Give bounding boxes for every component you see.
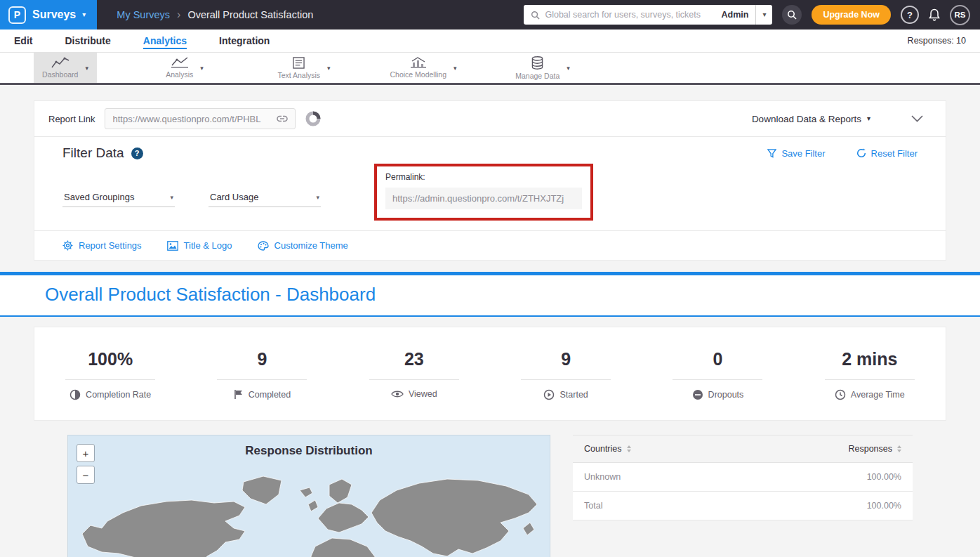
global-search-group: Admin ▾ <box>524 5 772 25</box>
filter-help-icon[interactable]: ? <box>131 148 143 159</box>
toolbar-choice-modelling[interactable]: Choice Modelling ▾ <box>364 53 483 83</box>
countries-table: Countries Responses Unknown 100.00% Tota… <box>573 435 913 520</box>
analysis-icon <box>171 57 189 68</box>
eye-icon <box>391 390 404 398</box>
clock-icon <box>835 389 846 400</box>
dashboard-icon <box>51 57 69 68</box>
tab-distribute[interactable]: Distribute <box>65 35 110 46</box>
toolbar-analysis[interactable]: Analysis ▾ <box>125 53 244 83</box>
user-avatar[interactable]: RS <box>950 5 970 25</box>
top-bar: P Surveys ▾ My Surveys › Overall Product… <box>0 0 980 30</box>
download-data-reports-button[interactable]: Download Data & Reports ▾ <box>752 114 870 124</box>
country-cell: Unknown <box>584 472 621 482</box>
filter-data-title: Filter Data <box>62 145 124 161</box>
play-circle-icon <box>543 389 555 400</box>
upgrade-now-button[interactable]: Upgrade Now <box>812 5 891 25</box>
save-filter-button[interactable]: Save Filter <box>767 148 825 159</box>
map-zoom-out-button[interactable]: − <box>77 466 95 484</box>
image-icon <box>167 241 178 251</box>
responses-cell: 100.00% <box>867 472 901 482</box>
completion-rate-icon <box>69 389 81 400</box>
stat-value: 23 <box>404 348 424 369</box>
caret-down-icon: ▾ <box>316 194 319 201</box>
report-panel: Report Link https://www.questionpro.com/… <box>34 100 946 261</box>
caret-down-icon[interactable]: ▾ <box>85 65 88 72</box>
responses-cell: 100.00% <box>867 501 901 511</box>
sort-icon <box>627 445 631 452</box>
stat-completion-rate: 100% Completion Rate <box>34 348 186 400</box>
saved-groupings-select[interactable]: Saved Groupings ▾ <box>62 188 175 207</box>
caret-down-icon: ▾ <box>867 115 870 122</box>
stat-value: 0 <box>713 348 723 369</box>
search-icon <box>531 11 540 20</box>
permalink-url[interactable]: https://admin.questionpro.com/t/ZTHXJTZj <box>385 188 582 209</box>
report-settings-button[interactable]: Report Settings <box>62 240 142 251</box>
stat-started: 9 Started <box>490 348 642 400</box>
help-button[interactable]: ? <box>901 6 919 24</box>
palette-icon <box>258 241 269 251</box>
tab-edit[interactable]: Edit <box>14 35 32 46</box>
funnel-icon <box>767 149 776 158</box>
countries-column-header[interactable]: Countries <box>584 444 631 454</box>
card-usage-select[interactable]: Card Usage ▾ <box>208 188 321 207</box>
caret-down-icon: ▾ <box>170 194 173 201</box>
advanced-search-button[interactable] <box>782 5 802 25</box>
caret-down-icon: ▾ <box>762 11 766 18</box>
customize-theme-button[interactable]: Customize Theme <box>258 240 348 251</box>
map-zoom-controls: + − <box>77 444 95 484</box>
stats-panel: 100% Completion Rate 9 Completed 23 View… <box>34 327 946 421</box>
bell-icon <box>929 8 940 21</box>
flag-icon <box>234 389 244 400</box>
sort-icon <box>897 445 901 452</box>
stat-average-time: 2 mins Average Time <box>794 348 946 400</box>
caret-down-icon[interactable]: ▾ <box>200 65 204 72</box>
permalink-label: Permalink: <box>385 172 582 182</box>
world-map[interactable] <box>68 464 550 557</box>
responses-column-header[interactable]: Responses <box>848 444 901 454</box>
search-scope-dropdown-button[interactable]: ▾ <box>755 5 772 25</box>
survey-tab-bar: Edit Distribute Analytics Integration Re… <box>0 30 980 53</box>
reset-filter-button[interactable]: Reset Filter <box>856 148 918 159</box>
countries-table-header: Countries Responses <box>573 435 913 463</box>
text-analysis-icon <box>293 57 305 69</box>
toolbar-manage-data[interactable]: Manage Data ▾ <box>483 53 602 83</box>
breadcrumb: My Surveys › Overall Product Satisfactio… <box>117 8 313 21</box>
surveys-product-menu[interactable]: P Surveys ▾ <box>0 0 97 30</box>
caret-down-icon[interactable]: ▾ <box>567 65 570 72</box>
collapse-panel-button[interactable] <box>911 115 923 122</box>
analytics-toolbar: Dashboard ▾ Analysis ▾ Text Analysis ▾ <box>0 53 980 85</box>
stat-completed: 9 Completed <box>186 348 338 400</box>
toolbar-text-analysis[interactable]: Text Analysis ▾ <box>244 53 364 83</box>
response-distribution-map-panel: Response Distribution + − <box>67 435 550 557</box>
report-chart-icon[interactable] <box>305 111 321 126</box>
search-scope-label[interactable]: Admin <box>722 10 749 20</box>
caret-down-icon: ▾ <box>82 11 86 18</box>
report-link-field[interactable]: https://www.questionpro.com/t/PHBL <box>105 108 296 129</box>
breadcrumb-my-surveys[interactable]: My Surveys <box>117 9 170 20</box>
title-logo-button[interactable]: Title & Logo <box>167 240 232 251</box>
country-cell: Total <box>584 501 602 511</box>
caret-down-icon[interactable]: ▾ <box>453 65 457 72</box>
permalink-highlight-box: Permalink: https://admin.questionpro.com… <box>374 164 593 221</box>
breadcrumb-current: Overall Product Satisfaction <box>187 9 313 20</box>
stat-dropouts: 0 Dropouts <box>642 348 793 400</box>
chevron-down-icon <box>911 115 923 122</box>
page-title: Overall Product Satisfaction - Dashboard <box>45 284 935 306</box>
minus-circle-icon <box>692 389 703 400</box>
toolbar-dashboard[interactable]: Dashboard ▾ <box>6 53 125 83</box>
tab-analytics[interactable]: Analytics <box>143 35 187 46</box>
report-link-url: https://www.questionpro.com/t/PHBL <box>112 114 271 124</box>
stat-viewed: 23 Viewed <box>338 348 490 400</box>
dashboard-title-band: Overall Product Satisfaction - Dashboard <box>0 275 980 317</box>
caret-down-icon[interactable]: ▾ <box>327 65 331 72</box>
global-search-box[interactable]: Admin <box>524 5 755 25</box>
global-search-input[interactable] <box>545 10 716 20</box>
map-zoom-in-button[interactable]: + <box>77 444 95 462</box>
main-content: Report Link https://www.questionpro.com/… <box>0 85 980 261</box>
tab-integration[interactable]: Integration <box>219 35 270 46</box>
table-row: Unknown 100.00% <box>573 463 913 492</box>
search-icon <box>787 10 797 20</box>
link-icon <box>277 115 288 122</box>
manage-data-icon <box>531 56 543 70</box>
notifications-button[interactable] <box>929 8 940 21</box>
